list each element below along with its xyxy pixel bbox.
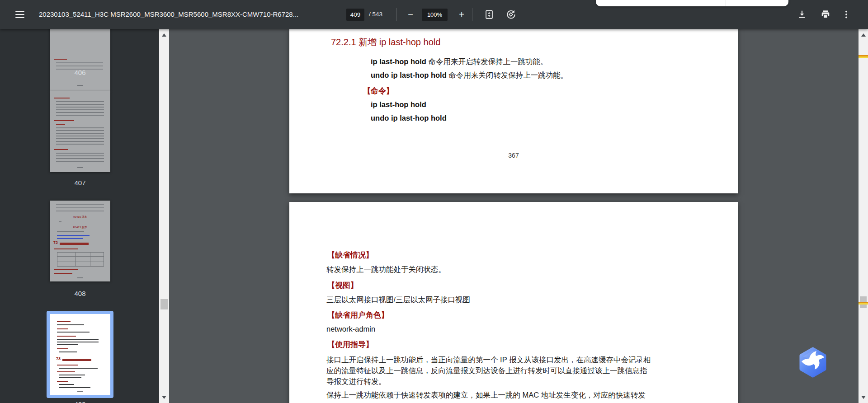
thumb-mini-text: R0415 版本 [50, 216, 110, 218]
thumbnail-label: 409 [50, 400, 110, 403]
page-number-input[interactable] [346, 9, 364, 21]
document-title: 20230103_52411_H3C MSR2600_MSR3600_MSR56… [39, 0, 298, 29]
zoom-in-button[interactable]: + [454, 7, 469, 22]
zoom-level-value[interactable]: 100% [422, 9, 448, 21]
thumbnail-label: 408 [50, 290, 110, 297]
thumbnail-page-406[interactable] [50, 29, 110, 91]
thumbnail-label: 407 [50, 179, 110, 187]
find-bar-divider [726, 0, 726, 6]
pdf-viewer-window: 20230103_52411_H3C MSR2600_MSR3600_MSR56… [0, 0, 868, 403]
find-in-page-bar[interactable] [596, 0, 788, 6]
guide-paragraph: 保持上一跳功能依赖于快速转发表项的建立，如果上一跳的 MAC 地址发生变化，对应… [326, 389, 646, 400]
menu-icon[interactable] [13, 7, 27, 22]
kebab-menu-icon[interactable] [839, 7, 854, 22]
command-description: ip last-hop hold 命令用来开启转发保持上一跳功能。 [371, 57, 547, 67]
sidebar-scrollbar[interactable] [159, 29, 169, 403]
pdf-content-area: 72.2.1 新增 ip last-hop hold ip last-hop h… [169, 29, 859, 403]
pdf-page-368: 【缺省情况】 转发保持上一跳功能处于关闭状态。 【视图】 三层以太网接口视图/三… [289, 202, 738, 403]
command-syntax: undo ip last-hop hold [371, 114, 447, 122]
role-text: network-admin [326, 325, 375, 333]
fit-page-icon[interactable] [482, 7, 496, 22]
command-syntax: ip last-hop hold [371, 100, 426, 109]
thunder-bird-icon[interactable] [798, 347, 827, 378]
thumbnail-label: 406 [50, 69, 110, 76]
guide-paragraph: 接口上开启保持上一跳功能后，当正向流量的第一个 IP 报文从该接口发出，在高速缓… [326, 354, 651, 387]
default-text: 转发保持上一跳功能处于关闭状态。 [326, 265, 446, 275]
thumb-mini-text: R0413 版本 [50, 226, 110, 229]
toolbar-divider [396, 8, 397, 21]
page-folio: 367 [289, 152, 738, 159]
find-match-marker [859, 303, 868, 305]
find-match-marker [859, 56, 868, 58]
main-scrollbar[interactable] [859, 29, 868, 403]
thumbnail-page-409-selected[interactable]: 73 [47, 311, 113, 398]
thumbnail-page-407[interactable] [50, 91, 110, 172]
thumbnail-page-408[interactable]: R0415 版本 R0413 版本 72 [50, 201, 110, 281]
scroll-up-icon[interactable] [859, 31, 868, 39]
rotate-ccw-icon[interactable] [504, 7, 518, 22]
subsection-guide: 【使用指导】 [327, 339, 373, 350]
thumb-mini-text: 73 [56, 357, 61, 360]
thumbnail-sidebar: 406 407 R0415 版本 R0413 版本 72 [0, 29, 169, 403]
thumb-mini-text: 72 [53, 241, 58, 244]
view-text: 三层以太网接口视图/三层以太网子接口视图 [326, 295, 470, 305]
subsection-command: 【命令】 [363, 86, 394, 96]
section-heading: 72.2.1 新增 ip last-hop hold [331, 36, 440, 48]
sidebar-scrollbar-thumb[interactable] [160, 299, 168, 309]
scroll-down-icon[interactable] [859, 393, 868, 401]
subsection-role: 【缺省用户角色】 [327, 310, 389, 320]
command-description: undo ip last-hop hold 命令用来关闭转发保持上一跳功能。 [371, 70, 568, 80]
scroll-down-icon[interactable] [159, 393, 169, 401]
pdf-page-367: 72.2.1 新增 ip last-hop hold ip last-hop h… [289, 29, 738, 193]
zoom-out-button[interactable]: − [403, 7, 418, 22]
download-icon[interactable] [795, 7, 809, 22]
print-icon[interactable] [818, 7, 833, 22]
toolbar-divider [472, 8, 472, 21]
page-total-label: / 543 [369, 0, 382, 29]
subsection-view: 【视图】 [327, 280, 358, 291]
scroll-up-icon[interactable] [159, 31, 169, 39]
subsection-default: 【缺省情况】 [327, 250, 373, 260]
